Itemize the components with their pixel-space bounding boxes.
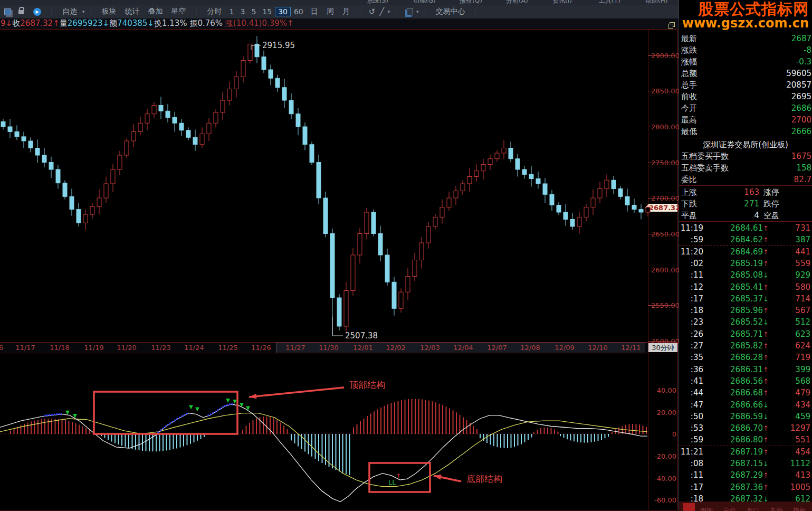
menu-item[interactable]: 分析(A) xyxy=(506,0,528,5)
tick-row: :182685.96↑567 xyxy=(679,305,812,316)
board-value: 82.7 xyxy=(794,174,811,185)
overlay-button[interactable]: 叠加 xyxy=(144,6,167,17)
quote-value: -8 xyxy=(804,44,811,56)
market-label: 平盘 xyxy=(681,210,697,221)
bottom-tab[interactable]: 盘口 xyxy=(747,506,759,511)
trendline-tool-icon[interactable]: ╱ xyxy=(377,7,386,16)
menu-item[interactable]: 报价(Q) xyxy=(460,0,482,5)
up-arrow-icon: ↑ xyxy=(763,354,769,362)
indicator-axis-label: -40.00 xyxy=(651,475,676,482)
period-3min[interactable]: 3 xyxy=(237,7,248,16)
structure-dot xyxy=(224,405,226,406)
starmap-button[interactable]: 星空 xyxy=(167,6,190,17)
candle-body xyxy=(70,196,74,209)
tick-row: :112687.29↑413 xyxy=(679,469,812,481)
market-value: 163 xyxy=(744,186,759,198)
top-structure-arrow xyxy=(249,387,344,397)
toolbar-separator: ⋮ xyxy=(418,8,431,15)
candle-body xyxy=(28,141,33,148)
bottom-tab[interactable]: 指标 xyxy=(793,506,806,511)
copy-chart-icon[interactable] xyxy=(407,8,413,15)
structure-dot xyxy=(207,414,209,416)
tick-time: 11:21 xyxy=(679,446,703,458)
undo-draw-icon[interactable]: ↺ xyxy=(367,7,378,16)
structure-dot xyxy=(61,413,62,414)
toolbar-separator: ⋮ xyxy=(85,8,98,15)
bottom-tab[interactable]: 走势 xyxy=(770,506,782,511)
menu-item[interactable]: 帮助(H) xyxy=(645,0,667,5)
sell-arrow-icon xyxy=(246,406,250,411)
market-row: 平盘4空盘 xyxy=(679,210,812,221)
structure-dot xyxy=(186,413,187,414)
quote-value: 20857 xyxy=(786,79,811,91)
tick-volume: 929 xyxy=(795,269,810,281)
trade-center-button[interactable]: 交易中心 xyxy=(431,6,469,17)
down-arrow-icon: ↓ xyxy=(763,401,769,409)
status-segment: 2695923↓ xyxy=(68,18,109,28)
sector-button[interactable]: 板块 xyxy=(98,6,121,17)
quote-row: 涨幅-0.3 xyxy=(679,56,812,68)
media-play-icon[interactable]: ▶ xyxy=(33,8,41,16)
tick-volume: 434 xyxy=(795,399,810,411)
quote-value: 2686 xyxy=(791,102,811,114)
period-30min[interactable]: 30 xyxy=(275,7,291,16)
tick-time: :11 xyxy=(679,469,703,481)
favorites-button[interactable]: 自选 xyxy=(58,6,81,17)
bottom-tab-bar[interactable]: 明细分价盘口走势指标 xyxy=(679,501,812,511)
period-month[interactable]: 月 xyxy=(338,6,354,17)
tick-price: 2687.36↑ xyxy=(716,481,769,494)
candle-body xyxy=(83,214,88,223)
tick-price: 2685.52↓ xyxy=(716,316,769,328)
tick-time: :47 xyxy=(679,399,703,411)
date-axis[interactable]: 611/1711/1811/1911/2011/2311/2411/2511/2… xyxy=(0,343,648,353)
up-arrow-icon: ↑ xyxy=(763,436,769,444)
quote-row: 今开2686 xyxy=(679,102,812,114)
price-axis-label: 2850.00 xyxy=(651,87,679,95)
windows-icon[interactable] xyxy=(4,8,11,15)
tick-row: :502686.59↓459 xyxy=(679,411,812,422)
tick-volume: 568 xyxy=(795,375,810,387)
bottom-tab[interactable]: 明细 xyxy=(700,506,713,511)
tick-price: 2686.31↑ xyxy=(716,364,769,376)
statistics-button[interactable]: 统计 xyxy=(121,6,144,17)
lock-icon[interactable] xyxy=(18,10,24,14)
intraday-button[interactable]: 分时 xyxy=(203,6,226,17)
down-arrow-icon: ↓ xyxy=(763,271,769,279)
tick-row: 11:212687.19↑454 xyxy=(679,446,812,458)
candle-body xyxy=(481,165,485,171)
candle-body xyxy=(399,292,403,308)
price-axis-label: 2650.00 xyxy=(651,230,679,238)
up-arrow-icon: ↑ xyxy=(763,283,769,291)
status-segment: 换 xyxy=(154,18,162,28)
candle-body xyxy=(1,122,5,127)
tick-time: :50 xyxy=(679,411,703,422)
menu-item[interactable]: 功能(G) xyxy=(413,0,436,5)
period-60min[interactable]: 60 xyxy=(291,7,307,16)
menu-item[interactable]: 系统(S) xyxy=(367,0,388,5)
active-tab-block[interactable] xyxy=(683,503,695,511)
period-day[interactable]: 日 xyxy=(307,6,322,17)
structure-dot xyxy=(165,425,166,427)
candle-body xyxy=(467,177,472,184)
candle-body xyxy=(351,255,355,291)
tick-row: :532686.70↑1297 xyxy=(679,422,812,434)
quote-label: 前收 xyxy=(681,91,697,102)
menu-item[interactable]: 资讯(I) xyxy=(552,0,572,5)
period-5min[interactable]: 5 xyxy=(248,7,259,16)
menu-item[interactable]: 工具(T) xyxy=(599,0,620,5)
restore-window-icon[interactable] xyxy=(668,22,674,27)
period-15min[interactable]: 15 xyxy=(259,7,275,16)
tick-price: 2685.71↑ xyxy=(716,328,769,340)
tick-price: 2686.70↑ xyxy=(716,422,769,434)
bottom-tab[interactable]: 分价 xyxy=(723,506,736,511)
up-arrow-icon: ↑ xyxy=(763,236,769,244)
status-segment: 0.76% xyxy=(197,18,225,28)
candle-body xyxy=(159,106,163,111)
tick-row: :442686.68↑479 xyxy=(679,387,812,399)
period-week[interactable]: 周 xyxy=(322,6,338,17)
period-1min[interactable]: 1 xyxy=(226,7,237,16)
up-arrow-icon: ↑ xyxy=(763,448,769,456)
tick-row: :352686.28↑719 xyxy=(679,352,812,363)
date-label: 11/19 xyxy=(84,344,103,352)
candle-body xyxy=(35,148,40,156)
